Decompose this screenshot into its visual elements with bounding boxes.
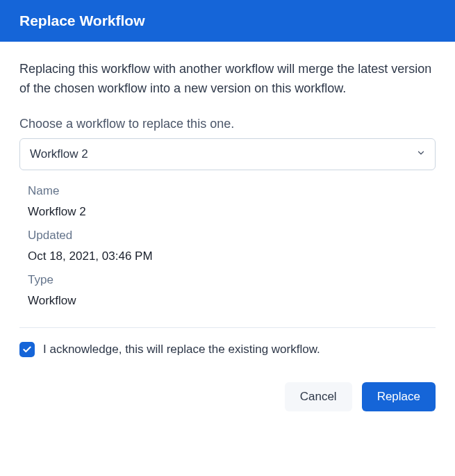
detail-type-value: Workflow <box>28 294 427 308</box>
detail-updated-value: Oct 18, 2021, 03:46 PM <box>28 249 427 263</box>
workflow-select-wrapper: Workflow 2 <box>19 138 436 170</box>
replace-button[interactable]: Replace <box>362 382 436 411</box>
dialog-content: Replacing this workflow with another wor… <box>0 42 455 425</box>
acknowledge-checkbox[interactable] <box>19 342 35 357</box>
check-icon <box>22 345 32 354</box>
detail-name-label: Name <box>28 184 427 198</box>
workflow-select-label: Choose a workflow to replace this one. <box>19 117 436 131</box>
detail-type-label: Type <box>28 273 427 287</box>
detail-updated-label: Updated <box>28 229 427 243</box>
acknowledge-text: I acknowledge, this will replace the exi… <box>43 343 320 356</box>
divider <box>19 327 436 328</box>
dialog-description: Replacing this workflow with another wor… <box>19 60 436 99</box>
detail-name-value: Workflow 2 <box>28 205 427 219</box>
workflow-select[interactable]: Workflow 2 <box>19 138 436 170</box>
dialog-header: Replace Workflow <box>0 0 455 42</box>
dialog-title: Replace Workflow <box>19 13 436 29</box>
workflow-details: Name Workflow 2 Updated Oct 18, 2021, 03… <box>19 184 436 308</box>
cancel-button[interactable]: Cancel <box>285 382 352 411</box>
dialog-footer: Cancel Replace <box>19 382 436 411</box>
acknowledge-row: I acknowledge, this will replace the exi… <box>19 342 436 357</box>
